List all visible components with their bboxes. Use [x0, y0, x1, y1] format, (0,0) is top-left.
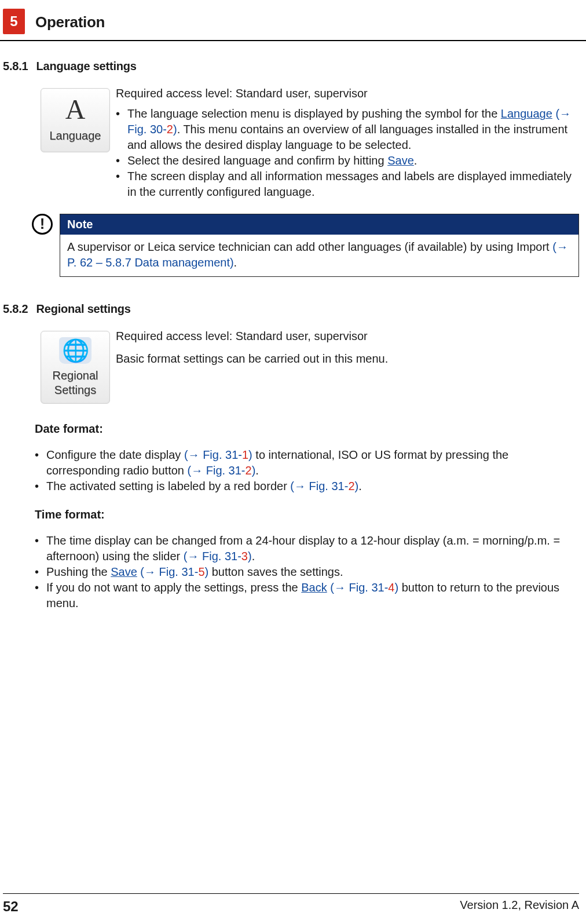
section-number: 5.8.1: [3, 59, 28, 74]
figure-ref[interactable]: (→ Fig. 31-3): [184, 550, 252, 563]
note-heading: Note: [60, 214, 578, 235]
back-link[interactable]: Back: [301, 581, 327, 594]
list-item: The activated setting is labeled by a re…: [35, 479, 579, 494]
section-title: Language settings: [36, 60, 136, 72]
footer-rule: [3, 893, 579, 894]
note-body: A supervisor or Leica service technician…: [60, 235, 578, 276]
language-link[interactable]: Language: [501, 107, 552, 120]
access-level-text: Required access level: Standard user, su…: [116, 86, 579, 101]
list-item: The language selection menu is displayed…: [116, 106, 579, 153]
time-format-heading: Time format:: [35, 507, 579, 523]
date-format-heading: Date format:: [35, 421, 579, 437]
save-link[interactable]: Save: [387, 154, 414, 167]
date-format-list: Configure the date display (→ Fig. 31-1)…: [35, 447, 579, 494]
language-bullet-list: The language selection menu is displayed…: [116, 106, 579, 200]
figure-ref[interactable]: (→ Fig. 31-5): [140, 565, 208, 578]
list-item: The screen display and all information m…: [116, 169, 579, 200]
info-icon: !: [32, 214, 53, 235]
regional-settings-button[interactable]: 🌐 RegionalSettings: [41, 331, 110, 404]
globe-flag-icon: 🌐: [59, 337, 91, 364]
access-level-text: Required access level: Standard user, su…: [116, 328, 579, 344]
time-format-list: The time display can be changed from a 2…: [35, 533, 579, 611]
figure-ref[interactable]: (→ Fig. 31-4): [330, 581, 398, 594]
save-link[interactable]: Save: [111, 565, 137, 578]
page-header: 5 Operation: [0, 0, 586, 34]
figure-ref[interactable]: (→ Fig. 31-1): [184, 448, 252, 461]
section-number: 5.8.2: [3, 301, 28, 317]
section-heading-regional: 5.8.2Regional settings: [3, 301, 579, 317]
list-item: The time display can be changed from a 2…: [35, 533, 579, 564]
regional-intro-text: Basic format settings can be carried out…: [116, 351, 579, 367]
regional-button-label: RegionalSettings: [53, 368, 98, 397]
version-text: Version 1.2, Revision A: [460, 897, 579, 916]
figure-ref[interactable]: (→ Fig. 31-2): [188, 464, 256, 477]
page-footer: 52 Version 1.2, Revision A: [0, 893, 586, 916]
section-title: Regional settings: [36, 302, 130, 315]
list-item: Select the desired language and confirm …: [116, 153, 579, 169]
language-button[interactable]: A Language: [41, 88, 110, 152]
list-item: Pushing the Save (→ Fig. 31-5) button sa…: [35, 564, 579, 580]
note-box: ! Note A supervisor or Leica service tec…: [32, 214, 579, 277]
figure-ref[interactable]: (→ Fig. 31-2): [290, 480, 358, 492]
list-item: Configure the date display (→ Fig. 31-1)…: [35, 447, 579, 479]
language-button-label: Language: [50, 128, 101, 144]
section-heading-language: 5.8.1Language settings: [3, 59, 579, 74]
chapter-number-tab: 5: [3, 9, 25, 34]
letter-a-icon: A: [65, 96, 86, 123]
list-item: If you do not want to apply the settings…: [35, 580, 579, 611]
chapter-title: Operation: [35, 9, 105, 32]
page-number: 52: [3, 897, 19, 916]
